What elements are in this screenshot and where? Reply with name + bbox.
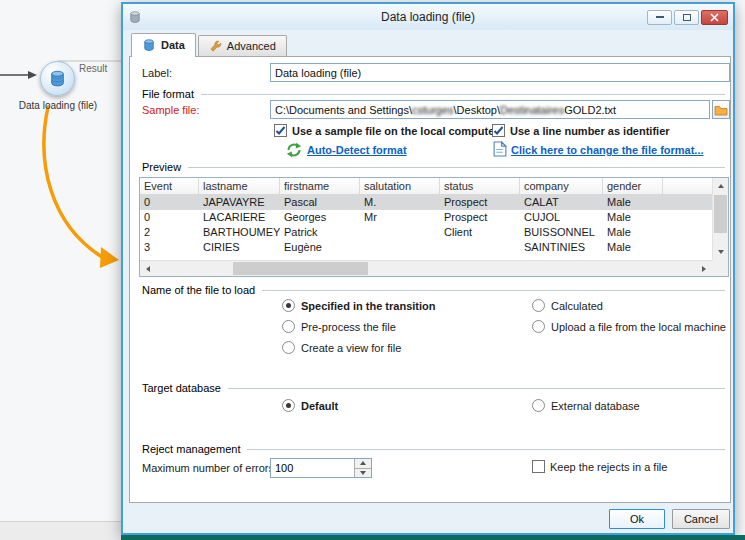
radio-upload-local-file[interactable]: Upload a file from the local machine [532,320,726,333]
column-header[interactable]: company [520,178,603,194]
table-row[interactable]: 3 CIRIES Eugène SAINTINIES Male [140,240,712,255]
tab-bar: Data Advanced [131,33,287,56]
radio-dot [282,341,295,354]
section-target-database: Target database [142,381,725,395]
arrow-down-icon [718,250,724,254]
cell: Mr [360,210,440,225]
check-icon [275,125,286,136]
vertical-scrollbar[interactable] [712,178,728,260]
preview-table-header: Event lastname firstname salutation stat… [140,178,712,195]
column-header[interactable]: status [440,178,520,194]
database-icon [142,38,156,52]
cell: BUISSONNEL [520,225,603,240]
node-data-loading-file[interactable] [40,61,75,96]
checkbox-box [274,124,287,137]
column-header[interactable]: lastname [199,178,280,194]
table-row[interactable]: 2 BARTHOUMEYRIE Patrick Client BUISSONNE… [140,225,712,240]
cell: 2 [140,225,199,240]
checkbox-line-identifier[interactable]: Use a line number as identifier [492,124,670,137]
cell: CIRIES [199,240,280,255]
radio-label: Upload a file from the local machine [551,321,726,333]
dialog-titlebar[interactable]: Data loading (file) [123,4,733,30]
column-header[interactable]: Event [140,178,199,194]
radio-label: External database [551,400,640,412]
max-errors-input[interactable] [271,459,354,477]
cell: M. [360,195,440,210]
document-icon [492,141,508,157]
database-icon [48,69,67,88]
section-title: Reject management [142,443,240,455]
radio-create-view[interactable]: Create a view for file [282,341,401,354]
horizontal-scroll-thumb[interactable] [233,262,368,275]
path-user-redacted: csturges [412,104,454,116]
label-field-label: Label: [142,67,172,79]
autodetect-format-link[interactable]: Auto-Detect format [307,144,407,156]
background-window-edge [121,535,745,540]
cell: Male [603,195,663,210]
column-header[interactable]: gender [603,178,663,194]
table-row[interactable]: 0 JAPAVAYRE Pascal M. Prospect CALAT Mal… [140,195,712,210]
radio-calculated[interactable]: Calculated [532,299,603,312]
cell [360,225,440,240]
radio-default-database[interactable]: Default [282,399,338,412]
cancel-button[interactable]: Cancel [672,509,730,529]
tab-advanced[interactable]: Advanced [198,35,287,56]
section-file-name: Name of the file to load [142,283,725,297]
close-icon [710,13,719,22]
horizontal-scrollbar[interactable] [140,260,712,276]
scrollbar-corner [712,260,728,276]
browse-file-button[interactable] [712,100,730,119]
section-divider [262,290,725,291]
scroll-down-button[interactable] [713,244,729,260]
column-header-filler [663,178,712,194]
cell: Male [603,210,663,225]
radio-label: Calculated [551,300,603,312]
checkbox-use-sample-file[interactable]: Use a sample file on the local computer [274,124,499,137]
section-title: Target database [142,382,221,394]
scroll-up-button[interactable] [713,178,729,194]
vertical-scroll-thumb[interactable] [714,195,727,233]
section-reject-management: Reject management [142,442,725,456]
close-button[interactable] [701,10,728,25]
label-input[interactable] [270,63,730,82]
table-row[interactable]: 0 LACARIERE Georges Mr Prospect CUJOL Ma… [140,210,712,225]
refresh-icon [286,142,302,158]
radio-specified-in-transition[interactable]: Specified in the transition [282,299,435,312]
radio-external-database[interactable]: External database [532,399,640,412]
section-divider [247,449,725,450]
spin-down-button[interactable] [355,469,371,478]
radio-dot [282,320,295,333]
radio-dot [282,299,295,312]
spin-up-button[interactable] [355,459,371,469]
cell: LACARIERE [199,210,280,225]
checkbox-keep-rejects[interactable]: Keep the rejects in a file [532,460,667,473]
path-prefix: C:\Documents and Settings\ [275,104,412,116]
sample-file-input[interactable]: C:\Documents and Settings\csturges\Deskt… [270,100,710,119]
checkbox-box [532,460,545,473]
scroll-right-button[interactable] [696,261,712,277]
checkbox-label: Keep the rejects in a file [550,461,667,473]
cell: Eugène [280,240,360,255]
folder-icon [714,104,728,116]
path-mid: \Desktop\ [454,104,500,116]
max-errors-label: Maximum number of errors: [142,462,277,474]
column-header[interactable]: firstname [280,178,360,194]
path-filename-redacted: Destinataires [500,104,564,116]
minimize-button[interactable] [647,10,672,25]
maximize-button[interactable] [674,10,699,25]
column-header[interactable]: salutation [360,178,440,194]
section-title: Preview [142,161,181,173]
arrow-up-icon [718,184,724,188]
incoming-arrowhead-icon [28,71,37,79]
cell: CALAT [520,195,603,210]
scroll-left-button[interactable] [140,261,156,277]
sample-file-label: Sample file: [142,104,199,116]
change-file-format-link[interactable]: Click here to change the file format... [511,144,704,156]
ok-button[interactable]: Ok [609,509,665,529]
tab-data[interactable]: Data [131,33,196,56]
radio-label: Create a view for file [301,342,401,354]
tools-icon [209,40,222,53]
minimize-icon [656,16,664,18]
cell: 0 [140,210,199,225]
radio-preprocess-file[interactable]: Pre-process the file [282,320,396,333]
